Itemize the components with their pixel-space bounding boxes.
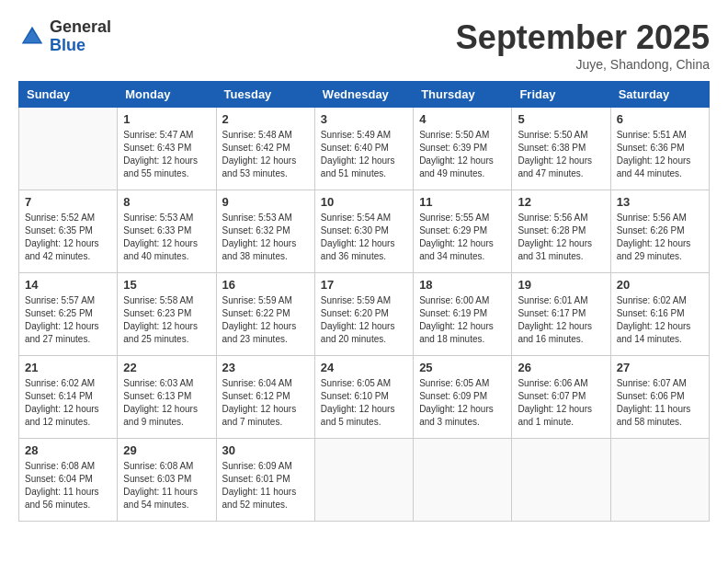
day-number: 6 — [617, 112, 703, 126]
day-info: Sunrise: 5:57 AM Sunset: 6:25 PM Dayligh… — [25, 294, 111, 346]
day-number: 23 — [222, 361, 309, 374]
day-number: 7 — [25, 195, 111, 209]
day-number: 15 — [123, 278, 210, 292]
calendar-week-row: 21Sunrise: 6:02 AM Sunset: 6:14 PM Dayli… — [19, 356, 710, 439]
calendar-cell: 16Sunrise: 5:59 AM Sunset: 6:22 PM Dayli… — [216, 273, 314, 356]
calendar-cell: 11Sunrise: 5:55 AM Sunset: 6:29 PM Dayli… — [414, 190, 512, 273]
day-info: Sunrise: 5:50 AM Sunset: 6:38 PM Dayligh… — [518, 129, 604, 180]
day-number: 8 — [123, 195, 210, 209]
calendar-cell: 4Sunrise: 5:50 AM Sunset: 6:39 PM Daylig… — [414, 108, 512, 190]
day-number: 10 — [321, 195, 407, 209]
day-number: 21 — [25, 361, 111, 374]
column-header-monday: Monday — [118, 82, 216, 108]
calendar-cell: 8Sunrise: 5:53 AM Sunset: 6:33 PM Daylig… — [118, 190, 216, 273]
day-info: Sunrise: 6:04 AM Sunset: 6:12 PM Dayligh… — [222, 377, 309, 429]
calendar-cell: 13Sunrise: 5:56 AM Sunset: 6:26 PM Dayli… — [610, 190, 709, 273]
day-number: 18 — [419, 278, 506, 292]
column-header-tuesday: Tuesday — [216, 82, 314, 108]
day-number: 30 — [222, 443, 309, 457]
day-info: Sunrise: 6:05 AM Sunset: 6:10 PM Dayligh… — [321, 377, 407, 429]
calendar-cell: 21Sunrise: 6:02 AM Sunset: 6:14 PM Dayli… — [19, 356, 118, 439]
day-number: 24 — [321, 361, 407, 374]
day-number: 25 — [419, 361, 506, 374]
calendar-cell: 26Sunrise: 6:06 AM Sunset: 6:07 PM Dayli… — [512, 356, 610, 439]
calendar-cell: 29Sunrise: 6:08 AM Sunset: 6:03 PM Dayli… — [118, 439, 216, 522]
day-number: 26 — [518, 361, 604, 374]
day-info: Sunrise: 5:55 AM Sunset: 6:29 PM Dayligh… — [419, 212, 506, 263]
day-number: 28 — [25, 443, 111, 457]
day-info: Sunrise: 5:49 AM Sunset: 6:40 PM Dayligh… — [321, 129, 407, 180]
page-header: General Blue September 2025 Juye, Shando… — [18, 18, 710, 72]
calendar-cell: 30Sunrise: 6:09 AM Sunset: 6:01 PM Dayli… — [216, 439, 314, 522]
day-info: Sunrise: 5:53 AM Sunset: 6:33 PM Dayligh… — [123, 212, 210, 263]
day-info: Sunrise: 5:56 AM Sunset: 6:26 PM Dayligh… — [617, 212, 703, 263]
column-header-sunday: Sunday — [19, 82, 118, 108]
day-info: Sunrise: 5:59 AM Sunset: 6:20 PM Dayligh… — [321, 294, 407, 346]
day-info: Sunrise: 6:09 AM Sunset: 6:01 PM Dayligh… — [222, 460, 309, 511]
day-number: 20 — [617, 278, 703, 292]
calendar-cell: 9Sunrise: 5:53 AM Sunset: 6:32 PM Daylig… — [216, 190, 314, 273]
logo-text: General Blue — [50, 18, 111, 55]
calendar-cell: 18Sunrise: 6:00 AM Sunset: 6:19 PM Dayli… — [414, 273, 512, 356]
day-number: 22 — [123, 361, 210, 374]
day-number: 16 — [222, 278, 309, 292]
day-info: Sunrise: 6:01 AM Sunset: 6:17 PM Dayligh… — [518, 294, 604, 346]
calendar-cell: 6Sunrise: 5:51 AM Sunset: 6:36 PM Daylig… — [610, 108, 709, 190]
day-number: 4 — [419, 112, 506, 126]
calendar-cell: 27Sunrise: 6:07 AM Sunset: 6:06 PM Dayli… — [610, 356, 709, 439]
calendar-week-row: 7Sunrise: 5:52 AM Sunset: 6:35 PM Daylig… — [19, 190, 710, 273]
day-number: 1 — [123, 112, 210, 126]
calendar-table: SundayMondayTuesdayWednesdayThursdayFrid… — [18, 81, 710, 522]
logo-general-text: General — [50, 18, 111, 37]
day-info: Sunrise: 6:02 AM Sunset: 6:16 PM Dayligh… — [617, 294, 703, 346]
title-section: September 2025 Juye, Shandong, China — [456, 18, 710, 72]
day-number: 17 — [321, 278, 407, 292]
day-info: Sunrise: 5:54 AM Sunset: 6:30 PM Dayligh… — [321, 212, 407, 263]
calendar-cell: 23Sunrise: 6:04 AM Sunset: 6:12 PM Dayli… — [216, 356, 314, 439]
calendar-week-row: 14Sunrise: 5:57 AM Sunset: 6:25 PM Dayli… — [19, 273, 710, 356]
calendar-cell — [19, 108, 118, 190]
logo: General Blue — [18, 18, 111, 55]
column-header-saturday: Saturday — [610, 82, 709, 108]
calendar-cell: 22Sunrise: 6:03 AM Sunset: 6:13 PM Dayli… — [118, 356, 216, 439]
location: Juye, Shandong, China — [456, 57, 710, 72]
column-header-wednesday: Wednesday — [314, 82, 413, 108]
calendar-cell: 24Sunrise: 6:05 AM Sunset: 6:10 PM Dayli… — [314, 356, 413, 439]
day-number: 9 — [222, 195, 309, 209]
day-number: 27 — [617, 361, 703, 374]
column-header-friday: Friday — [512, 82, 610, 108]
calendar-cell: 5Sunrise: 5:50 AM Sunset: 6:38 PM Daylig… — [512, 108, 610, 190]
day-info: Sunrise: 6:08 AM Sunset: 6:03 PM Dayligh… — [123, 460, 210, 511]
day-info: Sunrise: 5:58 AM Sunset: 6:23 PM Dayligh… — [123, 294, 210, 346]
day-info: Sunrise: 5:59 AM Sunset: 6:22 PM Dayligh… — [222, 294, 309, 346]
day-info: Sunrise: 6:02 AM Sunset: 6:14 PM Dayligh… — [25, 377, 111, 429]
day-number: 19 — [518, 278, 604, 292]
calendar-cell: 7Sunrise: 5:52 AM Sunset: 6:35 PM Daylig… — [19, 190, 118, 273]
day-info: Sunrise: 6:08 AM Sunset: 6:04 PM Dayligh… — [25, 460, 111, 511]
month-title: September 2025 — [456, 18, 710, 57]
day-number: 12 — [518, 195, 604, 209]
calendar-cell — [512, 439, 610, 522]
day-number: 5 — [518, 112, 604, 126]
calendar-cell: 3Sunrise: 5:49 AM Sunset: 6:40 PM Daylig… — [314, 108, 413, 190]
calendar-cell: 28Sunrise: 6:08 AM Sunset: 6:04 PM Dayli… — [19, 439, 118, 522]
day-info: Sunrise: 5:51 AM Sunset: 6:36 PM Dayligh… — [617, 129, 703, 180]
logo-icon — [18, 23, 46, 51]
day-info: Sunrise: 6:05 AM Sunset: 6:09 PM Dayligh… — [419, 377, 506, 429]
day-info: Sunrise: 5:53 AM Sunset: 6:32 PM Dayligh… — [222, 212, 309, 263]
day-number: 29 — [123, 443, 210, 457]
calendar-cell: 17Sunrise: 5:59 AM Sunset: 6:20 PM Dayli… — [314, 273, 413, 356]
day-info: Sunrise: 6:07 AM Sunset: 6:06 PM Dayligh… — [617, 377, 703, 429]
calendar-cell: 1Sunrise: 5:47 AM Sunset: 6:43 PM Daylig… — [118, 108, 216, 190]
calendar-header-row: SundayMondayTuesdayWednesdayThursdayFrid… — [19, 82, 710, 108]
day-info: Sunrise: 5:47 AM Sunset: 6:43 PM Dayligh… — [123, 129, 210, 180]
calendar-cell: 19Sunrise: 6:01 AM Sunset: 6:17 PM Dayli… — [512, 273, 610, 356]
day-info: Sunrise: 5:50 AM Sunset: 6:39 PM Dayligh… — [419, 129, 506, 180]
calendar-cell: 20Sunrise: 6:02 AM Sunset: 6:16 PM Dayli… — [610, 273, 709, 356]
calendar-cell: 14Sunrise: 5:57 AM Sunset: 6:25 PM Dayli… — [19, 273, 118, 356]
day-number: 13 — [617, 195, 703, 209]
logo-blue-text: Blue — [50, 37, 111, 55]
calendar-cell: 15Sunrise: 5:58 AM Sunset: 6:23 PM Dayli… — [118, 273, 216, 356]
calendar-cell: 2Sunrise: 5:48 AM Sunset: 6:42 PM Daylig… — [216, 108, 314, 190]
day-number: 2 — [222, 112, 309, 126]
